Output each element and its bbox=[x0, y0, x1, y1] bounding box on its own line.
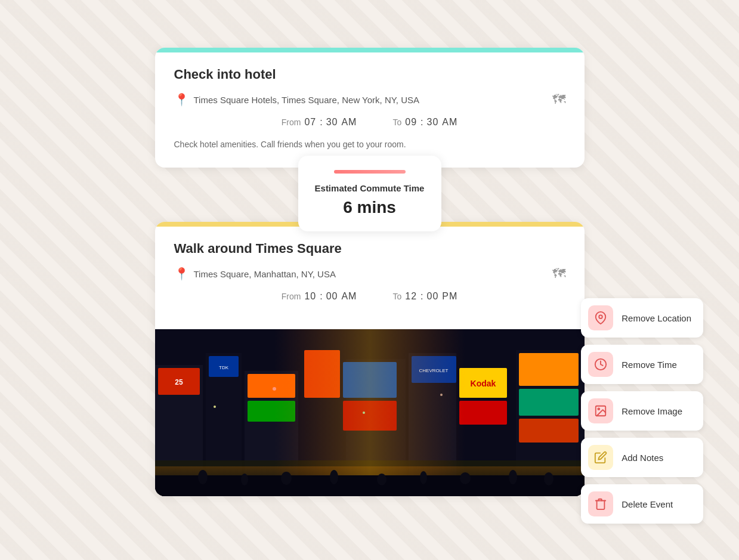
location-pin-icon-2: 📍 bbox=[174, 267, 189, 281]
svg-rect-24 bbox=[519, 353, 579, 386]
event-card-2: Walk around Times Square 📍 Times Square,… bbox=[155, 222, 585, 496]
event-2-location-row: 📍 Times Square, Manhattan, NY, USA 🗺 bbox=[174, 266, 565, 281]
svg-point-47 bbox=[598, 408, 600, 410]
page-container: Check into hotel 📍 Times Square Hotels, … bbox=[0, 0, 739, 560]
add-notes-label: Add Notes bbox=[621, 453, 663, 463]
map-icon-1[interactable]: 🗺 bbox=[552, 92, 565, 107]
event-1-location-left: 📍 Times Square Hotels, Times Square, New… bbox=[174, 92, 420, 107]
remove-time-icon bbox=[588, 352, 613, 377]
event-2-from-label: From bbox=[282, 292, 301, 301]
remove-location-icon bbox=[588, 305, 613, 330]
svg-point-43 bbox=[440, 394, 443, 396]
map-icon-2[interactable]: 🗺 bbox=[552, 266, 565, 281]
event-1-location-text: Times Square Hotels, Times Square, New Y… bbox=[194, 95, 420, 105]
event-1-to-group: To 09 : 30 AM bbox=[392, 117, 457, 128]
remove-image-label: Remove Image bbox=[621, 406, 682, 416]
svg-point-35 bbox=[377, 474, 386, 485]
svg-point-36 bbox=[420, 471, 427, 484]
svg-point-33 bbox=[281, 472, 292, 485]
event-1-from-label: From bbox=[282, 117, 301, 127]
event-card-1-accent bbox=[155, 48, 585, 52]
event-1-from-hour: 07 bbox=[304, 117, 316, 128]
remove-location-label: Remove Location bbox=[621, 313, 691, 323]
svg-point-40 bbox=[214, 406, 216, 408]
event-1-to-minute: 30 bbox=[426, 117, 438, 128]
commute-bar bbox=[334, 170, 406, 174]
delete-event-label: Delete Event bbox=[621, 499, 673, 509]
event-2-from-hour: 10 bbox=[304, 291, 316, 302]
event-2-location-text: Times Square, Manhattan, NY, USA bbox=[194, 269, 336, 279]
event-2-to-sep: : bbox=[420, 291, 423, 302]
svg-text:TDK: TDK bbox=[219, 365, 229, 370]
event-1-to-sep: : bbox=[420, 117, 423, 128]
event-1-from-group: From 07 : 30 AM bbox=[282, 117, 357, 128]
event-1-to-label: To bbox=[392, 117, 401, 127]
svg-point-41 bbox=[273, 387, 276, 391]
event-card-2-body: Walk around Times Square 📍 Times Square,… bbox=[155, 227, 585, 329]
event-2-to-minute: 00 bbox=[426, 291, 438, 302]
event-1-to-hour: 09 bbox=[405, 117, 417, 128]
event-1-from-minute: 30 bbox=[326, 117, 338, 128]
event-2-time-row: From 10 : 00 AM To 12 : 00 PM bbox=[174, 291, 565, 302]
add-notes-icon bbox=[588, 445, 613, 470]
svg-point-39 bbox=[544, 472, 554, 485]
remove-image-button[interactable]: Remove Image bbox=[581, 391, 703, 431]
svg-rect-21 bbox=[459, 401, 507, 425]
commute-label: Estimated Commute Time bbox=[315, 183, 425, 193]
delete-event-icon bbox=[588, 491, 613, 516]
event-2-image: 25 TDK Kodak bbox=[155, 329, 585, 496]
svg-point-31 bbox=[198, 470, 208, 484]
svg-rect-30 bbox=[155, 475, 585, 496]
remove-image-icon bbox=[588, 398, 613, 423]
event-1-time-row: From 07 : 30 AM To 09 : 30 AM bbox=[174, 117, 565, 128]
event-2-from-minute: 00 bbox=[326, 291, 338, 302]
event-2-title: Walk around Times Square bbox=[174, 241, 565, 256]
event-1-title: Check into hotel bbox=[174, 67, 565, 82]
svg-point-44 bbox=[599, 315, 603, 318]
svg-rect-26 bbox=[519, 419, 579, 443]
svg-point-38 bbox=[509, 470, 517, 484]
svg-rect-29 bbox=[274, 329, 465, 496]
sidebar-actions: Remove Location Remove Time Remove Image bbox=[581, 298, 703, 524]
commute-card: Estimated Commute Time 6 mins bbox=[298, 156, 441, 231]
event-1-location-row: 📍 Times Square Hotels, Times Square, New… bbox=[174, 92, 565, 107]
svg-point-32 bbox=[241, 474, 248, 485]
event-2-to-hour: 12 bbox=[405, 291, 417, 302]
event-2-to-group: To 12 : 00 PM bbox=[392, 291, 457, 302]
event-1-from-sep: : bbox=[320, 117, 322, 128]
event-2-from-group: From 10 : 00 AM bbox=[282, 291, 357, 302]
event-1-to-period: AM bbox=[442, 117, 457, 128]
event-2-from-period: AM bbox=[341, 291, 357, 302]
event-card-1-body: Check into hotel 📍 Times Square Hotels, … bbox=[155, 52, 585, 168]
event-2-from-sep: : bbox=[320, 291, 322, 302]
event-1-notes: Check hotel amenities. Call friends when… bbox=[174, 138, 565, 151]
svg-rect-25 bbox=[519, 389, 579, 416]
add-notes-button[interactable]: Add Notes bbox=[581, 438, 703, 477]
svg-point-42 bbox=[363, 412, 365, 414]
svg-text:25: 25 bbox=[175, 378, 183, 386]
event-card-1: Check into hotel 📍 Times Square Hotels, … bbox=[155, 48, 585, 168]
delete-event-button[interactable]: Delete Event bbox=[581, 484, 703, 524]
remove-time-button[interactable]: Remove Time bbox=[581, 345, 703, 384]
location-pin-icon-1: 📍 bbox=[174, 92, 189, 107]
event-2-to-label: To bbox=[392, 292, 401, 301]
event-2-location-left: 📍 Times Square, Manhattan, NY, USA bbox=[174, 267, 336, 281]
event-1-from-period: AM bbox=[341, 117, 357, 128]
svg-text:Kodak: Kodak bbox=[470, 379, 496, 388]
commute-value: 6 mins bbox=[315, 198, 425, 217]
remove-location-button[interactable]: Remove Location bbox=[581, 298, 703, 338]
svg-point-37 bbox=[460, 472, 471, 484]
remove-time-label: Remove Time bbox=[621, 360, 677, 370]
svg-point-34 bbox=[330, 470, 338, 484]
event-2-to-period: PM bbox=[442, 291, 457, 302]
